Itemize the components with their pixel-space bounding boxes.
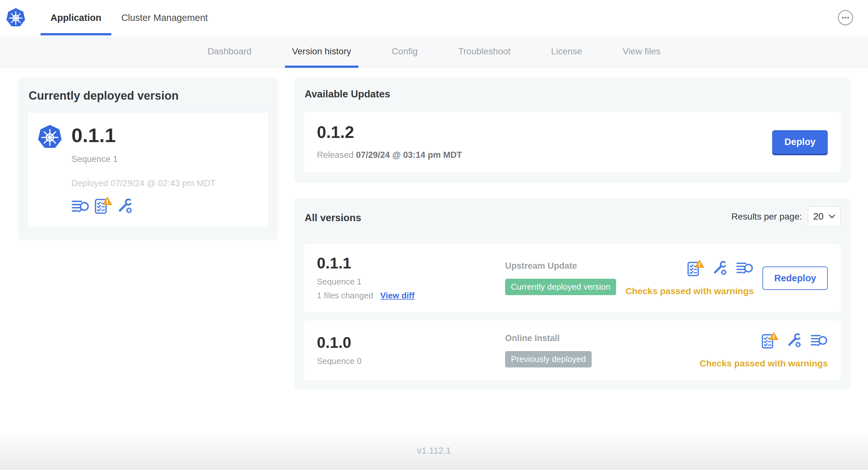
all-versions-title: All versions bbox=[305, 212, 361, 224]
config-icon[interactable] bbox=[712, 260, 728, 277]
update-version-number: 0.1.2 bbox=[317, 124, 462, 140]
subnav-version-history-label: Version history bbox=[292, 46, 351, 57]
currently-deployed-title: Currently deployed version bbox=[29, 89, 269, 103]
subnav-view-files-label: View files bbox=[623, 46, 660, 57]
row-version-number: 0.1.1 bbox=[317, 256, 505, 271]
deployment-status-badge: Currently deployed version bbox=[505, 279, 616, 295]
view-diff-link[interactable]: View diff bbox=[380, 291, 414, 301]
row-sequence: Sequence 1 bbox=[317, 277, 505, 287]
top-tab-bar: Application Cluster Management bbox=[40, 0, 218, 35]
diff-logs-icon[interactable] bbox=[810, 333, 828, 349]
right-column: Available Updates 0.1.2 Released 07/29/2… bbox=[294, 77, 850, 390]
subnav-license[interactable]: License bbox=[531, 35, 602, 68]
chevron-down-icon bbox=[829, 214, 835, 219]
available-updates-title: Available Updates bbox=[305, 89, 841, 100]
released-date: 07/29/24 @ 03:14 pm MDT bbox=[356, 150, 462, 160]
row-sequence: Sequence 0 bbox=[317, 356, 505, 366]
subnav-version-history[interactable]: Version history bbox=[272, 35, 372, 68]
all-versions-card: All versions Results per page: 20 0.1.1 … bbox=[294, 198, 850, 390]
tab-application-label: Application bbox=[51, 12, 101, 23]
row-version-number: 0.1.0 bbox=[317, 335, 505, 350]
top-bar: Application Cluster Management bbox=[0, 0, 868, 35]
results-per-page-label: Results per page: bbox=[731, 211, 802, 222]
redeploy-button[interactable]: Redeploy bbox=[763, 267, 828, 290]
subnav-troubleshoot[interactable]: Troubleshoot bbox=[438, 35, 530, 68]
current-version-deployed-timestamp: Deployed 07/29/24 @ 02:43 pm MDT bbox=[71, 178, 216, 189]
console-version: v1.112.1 bbox=[417, 445, 451, 470]
current-version-number: 0.1.1 bbox=[71, 125, 216, 145]
tab-cluster-management-label: Cluster Management bbox=[121, 12, 208, 23]
checks-status-text[interactable]: Checks passed with warnings bbox=[700, 359, 828, 369]
subnav-view-files[interactable]: View files bbox=[602, 35, 681, 68]
subnav-config-label: Config bbox=[392, 46, 418, 57]
version-row: 0.1.1 Sequence 1 1 files changed View di… bbox=[304, 244, 841, 312]
subnav-license-label: License bbox=[551, 46, 582, 57]
subnav-dashboard[interactable]: Dashboard bbox=[187, 35, 272, 68]
config-icon[interactable] bbox=[786, 333, 802, 349]
tab-cluster-management[interactable]: Cluster Management bbox=[111, 0, 218, 35]
diff-logs-icon[interactable] bbox=[736, 261, 753, 277]
preflight-checks-warning-icon[interactable] bbox=[687, 260, 704, 278]
ellipsis-menu-button[interactable] bbox=[837, 9, 854, 26]
main-content: Currently deployed version 0.1.1 Sequenc… bbox=[0, 68, 868, 432]
preflight-checks-warning-icon[interactable] bbox=[762, 332, 778, 350]
files-changed-label: 1 files changed bbox=[317, 291, 373, 301]
row-source-label: Online Install bbox=[505, 333, 700, 343]
results-per-page-value: 20 bbox=[813, 211, 824, 222]
current-version-sequence: Sequence 1 bbox=[71, 154, 216, 164]
footer: v1.112.1 bbox=[0, 432, 868, 470]
update-released-line: Released 07/29/24 @ 03:14 pm MDT bbox=[317, 150, 462, 160]
subnav-config[interactable]: Config bbox=[372, 35, 438, 68]
tab-application[interactable]: Application bbox=[40, 0, 111, 35]
subnav-troubleshoot-label: Troubleshoot bbox=[458, 46, 510, 57]
checks-status-text[interactable]: Checks passed with warnings bbox=[625, 286, 753, 296]
currently-deployed-inner-card: 0.1.1 Sequence 1 Deployed 07/29/24 @ 02:… bbox=[27, 112, 269, 227]
app-kubernetes-icon bbox=[37, 124, 62, 150]
deployment-status-badge: Previously deployed bbox=[505, 351, 592, 367]
available-update-row: 0.1.2 Released 07/29/24 @ 03:14 pm MDT D… bbox=[304, 111, 841, 172]
diff-logs-icon[interactable] bbox=[71, 199, 89, 215]
row-source-label: Upstream Update bbox=[505, 261, 625, 271]
deploy-button[interactable]: Deploy bbox=[772, 130, 828, 154]
config-icon[interactable] bbox=[117, 198, 133, 215]
results-per-page-select[interactable]: 20 bbox=[808, 206, 841, 227]
preflight-checks-warning-icon[interactable] bbox=[95, 197, 112, 215]
released-label: Released bbox=[317, 150, 353, 160]
currently-deployed-card: Currently deployed version 0.1.1 Sequenc… bbox=[18, 77, 278, 240]
subnav-dashboard-label: Dashboard bbox=[208, 46, 252, 57]
available-updates-card: Available Updates 0.1.2 Released 07/29/2… bbox=[294, 77, 850, 182]
kubernetes-logo-icon bbox=[6, 7, 26, 28]
app-sub-nav: Dashboard Version history Config Trouble… bbox=[0, 35, 868, 68]
version-row: 0.1.0 Sequence 0 Online Install Previous… bbox=[304, 321, 841, 380]
